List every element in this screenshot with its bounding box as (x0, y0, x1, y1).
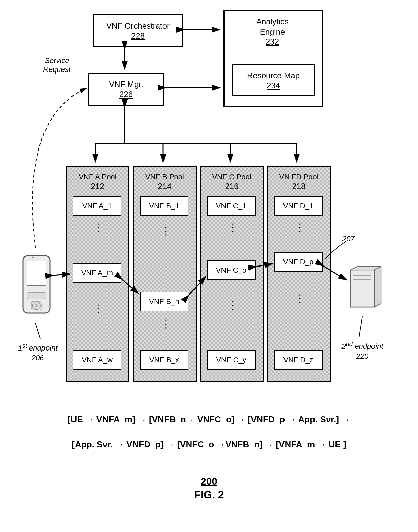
vnf-dp: VNF D_p (274, 252, 323, 272)
phone-icon (16, 249, 57, 323)
fig-label: FIG. 2 (0, 488, 418, 501)
vnf-am: VNF A_m (73, 263, 121, 283)
service-request-l1: Service (43, 56, 71, 65)
endpoint2-label: 2nd endpoint 220 (337, 340, 388, 361)
ep2-sup: nd (346, 340, 353, 347)
ep1-rest: endpoint (27, 344, 58, 352)
vnf-dz: VNF D_z (274, 350, 323, 370)
flow-line2: [App. Svr. → VNFD_p] → [VNFC_o →VNFB_n] … (0, 439, 418, 450)
pool-d-ref: 218 (268, 181, 330, 191)
pool-c-ref: 216 (201, 181, 263, 191)
svg-marker-8 (351, 270, 374, 307)
svg-marker-9 (374, 267, 381, 307)
vnf-c1: VNF C_1 (207, 196, 256, 216)
svg-rect-2 (27, 293, 46, 299)
ep1-ref: 206 (32, 354, 44, 362)
vnf-d1: VNF D_1 (274, 196, 323, 216)
svg-rect-0 (23, 256, 50, 313)
service-request-l2: Request (43, 65, 71, 74)
svg-rect-5 (31, 301, 41, 310)
vnf-aw: VNF A_w (73, 350, 121, 370)
ep2-l1: 2 (341, 342, 346, 351)
ref207-label: 207 (342, 234, 355, 243)
pool-d-header: VN FD Pool 218 (268, 167, 330, 191)
ep1-l1: 1 (18, 344, 22, 352)
pool-a-title: VNF A Pool (67, 173, 128, 181)
server-icon (346, 263, 389, 317)
svg-line-32 (35, 323, 40, 339)
endpoint1-label: 1st endpoint 206 (14, 342, 61, 363)
dots-b2: ··· (161, 319, 172, 330)
pool-a-header: VNF A Pool 212 (67, 167, 128, 191)
vnf-co: VNF C_o (207, 260, 256, 280)
ep2-rest: endpoint (353, 342, 383, 351)
pool-b-title: VNF B Pool (134, 173, 196, 181)
analytics-ref: 232 (223, 37, 321, 47)
vnf-mgr-box: VNF Mgr. 226 (88, 73, 164, 106)
vnf-bx: VNF B_x (140, 350, 188, 370)
dots-c1: ··· (228, 223, 239, 234)
pool-c-title: VNF C Pool (201, 173, 263, 181)
ep2-ref: 220 (356, 352, 369, 360)
vnf-b1: VNF B_1 (140, 196, 188, 216)
dots-d1: ··· (295, 223, 306, 234)
svg-point-6 (32, 257, 34, 258)
svg-marker-10 (351, 267, 381, 270)
pool-b-header: VNF B Pool 214 (134, 167, 196, 191)
vnf-mgr-title: VNF Mgr. (109, 79, 143, 89)
analytics-title-2: Engine (223, 27, 321, 37)
vnf-bn: VNF B_n (140, 292, 188, 311)
resource-map-title: Resource Map (247, 70, 300, 81)
svg-line-33 (359, 316, 362, 337)
vnf-orchestrator-title: VNF Orchestrator (106, 21, 170, 31)
svg-marker-7 (351, 267, 381, 307)
svg-point-3 (32, 302, 40, 310)
resource-map-ref: 234 (267, 81, 280, 90)
svg-rect-1 (27, 261, 46, 285)
vnf-a1: VNF A_1 (73, 196, 121, 216)
vnf-orchestrator-ref: 228 (131, 31, 145, 41)
resource-map-box: Resource Map 234 (232, 64, 315, 96)
vnf-orchestrator-box: VNF Orchestrator 228 (93, 14, 183, 47)
analytics-engine-titlewrap: Analytics Engine 232 (223, 16, 321, 47)
dots-a2: ··· (94, 304, 105, 315)
vnf-cy: VNF C_y (207, 350, 256, 370)
pool-b-ref: 214 (134, 181, 196, 191)
dots-c2: ··· (228, 300, 239, 312)
fig-num: 200 (0, 476, 418, 487)
dots-d2: ··· (295, 293, 306, 305)
pool-d-title: VN FD Pool (268, 173, 330, 181)
pool-a-ref: 212 (67, 181, 128, 191)
analytics-title-1: Analytics (223, 16, 321, 27)
dots-b1: ··· (161, 226, 172, 237)
svg-point-4 (35, 304, 38, 307)
ep1-sup: st (22, 342, 27, 349)
pool-c-header: VNF C Pool 216 (201, 167, 263, 191)
service-request-label: Service Request (43, 56, 71, 74)
flow-line1: [UE → VNFA_m] → [VNFB_n→ VNFC_o] → [VNFD… (0, 414, 418, 425)
dots-a1: ··· (94, 223, 105, 234)
vnf-mgr-ref: 226 (119, 90, 133, 99)
